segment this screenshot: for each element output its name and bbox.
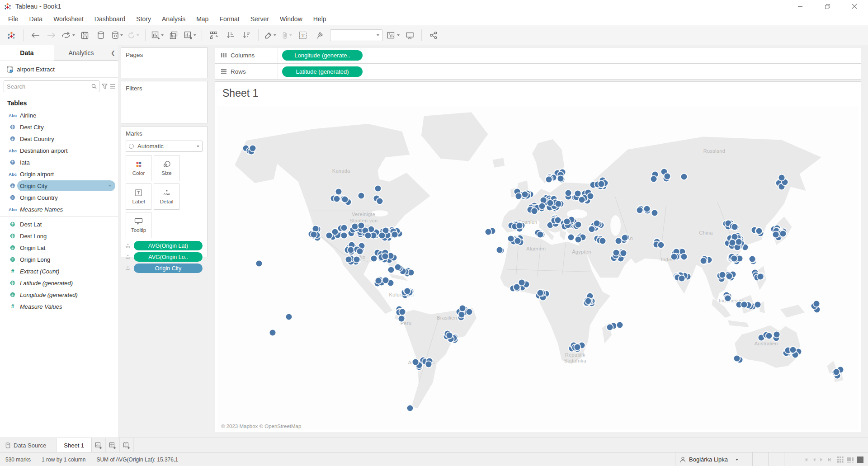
map-mark[interactable] <box>575 190 580 196</box>
tab-analytics[interactable]: Analytics <box>54 45 108 61</box>
menu-map[interactable]: Map <box>191 15 214 23</box>
map-mark[interactable] <box>749 256 755 262</box>
map-mark[interactable] <box>375 278 381 284</box>
map-mark[interactable] <box>671 254 677 260</box>
map-mark[interactable] <box>732 224 738 230</box>
map-mark[interactable] <box>359 223 364 229</box>
menu-server[interactable]: Server <box>245 15 274 23</box>
map-mark[interactable] <box>352 224 358 230</box>
map-mark[interactable] <box>637 207 643 213</box>
map-mark[interactable] <box>719 272 725 278</box>
map-mark[interactable] <box>607 325 613 330</box>
last-sheet-icon[interactable] <box>827 457 832 462</box>
tab-sheet1[interactable]: Sheet 1 <box>56 438 92 452</box>
field-iata[interactable]: Iata <box>0 156 118 168</box>
mark-type-dropdown[interactable]: Automatic <box>126 141 203 152</box>
map-mark[interactable] <box>565 190 571 196</box>
map-mark[interactable] <box>742 245 748 250</box>
duplicate-sheet-button[interactable] <box>167 28 180 42</box>
map-mark[interactable] <box>460 306 466 311</box>
map-mark[interactable] <box>741 301 747 307</box>
filters-shelf[interactable]: Filters <box>121 81 208 123</box>
new-worksheet-tab-button[interactable] <box>92 438 106 452</box>
search-input[interactable] <box>4 83 89 90</box>
map-mark[interactable] <box>354 256 359 262</box>
field-dest-country[interactable]: Dest Country <box>0 133 118 145</box>
map-mark[interactable] <box>383 228 389 234</box>
previous-sheet-icon[interactable] <box>812 457 816 462</box>
field-origin-long[interactable]: Origin Long <box>0 254 118 265</box>
map-mark[interactable] <box>651 176 657 182</box>
restore-button[interactable] <box>814 0 841 13</box>
menu-dashboard[interactable]: Dashboard <box>89 15 131 23</box>
map-mark[interactable] <box>725 295 731 301</box>
columns-shelf[interactable]: Columns Longitude (generate.. <box>215 47 861 63</box>
map-mark[interactable] <box>701 258 707 264</box>
map-mark[interactable] <box>665 174 670 179</box>
map-mark[interactable] <box>531 208 537 214</box>
map-mark[interactable] <box>346 257 352 263</box>
new-story-tab-button[interactable] <box>120 438 134 452</box>
map-mark[interactable] <box>736 255 742 261</box>
menu-file[interactable]: File <box>3 15 24 23</box>
new-datasource-button[interactable] <box>94 28 108 42</box>
label-button[interactable]: T Label <box>126 184 151 210</box>
redo-button[interactable] <box>45 28 58 42</box>
field-origin-airport[interactable]: AbcOrigin airport <box>0 168 118 180</box>
share-button[interactable] <box>427 28 440 42</box>
map-mark[interactable] <box>382 254 388 259</box>
map-mark[interactable] <box>395 264 401 270</box>
map-mark[interactable] <box>286 314 292 320</box>
rows-pill[interactable]: Latitude (generated) <box>282 66 363 77</box>
next-sheet-icon[interactable] <box>820 457 823 462</box>
map-mark[interactable] <box>679 275 684 281</box>
rows-shelf[interactable]: Rows Latitude (generated) <box>215 63 861 80</box>
view-options-icon[interactable] <box>110 84 116 89</box>
map-mark[interactable] <box>522 192 528 198</box>
map-mark[interactable] <box>447 333 453 339</box>
pause-auto-updates-button[interactable] <box>110 28 124 42</box>
map-mark[interactable] <box>557 175 563 181</box>
map-mark[interactable] <box>575 236 581 242</box>
map-mark[interactable] <box>773 232 778 238</box>
clear-sheet-button[interactable] <box>183 28 197 42</box>
map-mark[interactable] <box>342 197 348 202</box>
map-mark[interactable] <box>575 344 580 350</box>
field-airline[interactable]: AbcAirline <box>0 109 118 121</box>
map-view[interactable]: KanadaRusslandVereinigte Staaten von Ame… <box>217 106 859 430</box>
fix-axes-button[interactable] <box>312 28 326 42</box>
fit-select[interactable] <box>330 29 382 41</box>
menu-worksheet[interactable]: Worksheet <box>48 15 89 23</box>
tab-data-source[interactable]: Data Source <box>0 438 56 452</box>
map-mark[interactable] <box>615 238 621 244</box>
map-mark[interactable] <box>312 226 318 231</box>
map-mark[interactable] <box>486 229 491 235</box>
map-mark[interactable] <box>726 273 732 279</box>
map-mark[interactable] <box>833 369 839 375</box>
menu-analysis[interactable]: Analysis <box>156 15 191 23</box>
map-mark[interactable] <box>467 309 472 315</box>
map-mark[interactable] <box>508 235 514 241</box>
map-mark[interactable] <box>311 232 317 238</box>
marks-pill-avg-origin-lo-[interactable]: AVG(Origin Lo.. <box>134 252 203 262</box>
map-mark[interactable] <box>587 193 593 199</box>
map-mark[interactable] <box>375 186 381 192</box>
map-mark[interactable] <box>613 249 619 255</box>
map-mark[interactable] <box>426 362 432 367</box>
user-dropdown[interactable]: Boglárka Lipka <box>675 452 753 466</box>
tooltip-button[interactable]: Tooltip <box>126 212 151 238</box>
minimize-button[interactable] <box>787 0 814 13</box>
map-mark[interactable] <box>651 210 657 216</box>
map-mark[interactable] <box>756 228 762 234</box>
menu-window[interactable]: Window <box>274 15 308 23</box>
map-mark[interactable] <box>599 238 605 244</box>
map-mark[interactable] <box>555 217 561 223</box>
map-mark[interactable] <box>371 255 377 261</box>
map-mark[interactable] <box>814 301 820 307</box>
map-mark[interactable] <box>341 233 347 239</box>
map-mark[interactable] <box>326 232 332 238</box>
menu-help[interactable]: Help <box>308 15 332 23</box>
map-mark[interactable] <box>568 235 574 240</box>
map-mark[interactable] <box>387 280 393 286</box>
field-origin-city[interactable]: Origin City <box>0 180 118 192</box>
